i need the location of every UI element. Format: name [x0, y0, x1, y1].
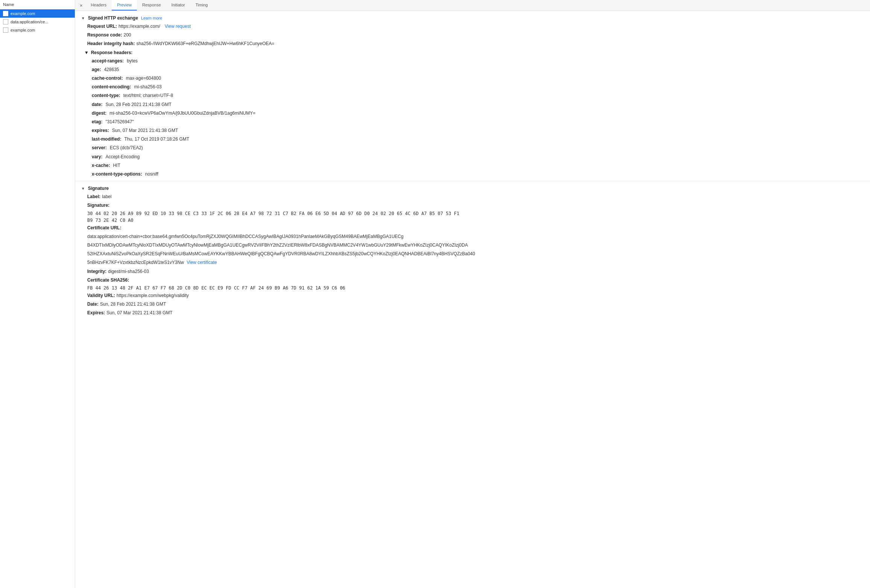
view-certificate-link[interactable]: View certificate: [186, 260, 217, 265]
cert-sha256-field: Certificate SHA256:: [75, 276, 870, 285]
response-header-value: text/html; charset=UTF-8: [123, 92, 173, 99]
response-header-value: nosniff: [145, 171, 158, 178]
tab-headers[interactable]: Headers: [86, 0, 112, 11]
response-header-row: age:428635: [75, 65, 870, 74]
tab-preview[interactable]: Preview: [112, 0, 137, 11]
certificate-url-value-line3: 52IHZXAxtuNiSZvoPkOaXySR2ESqFNnWEuU/BaMs…: [75, 250, 870, 258]
signature-header: ▼ Signature: [75, 184, 870, 192]
response-header-value: Thu, 17 Oct 2019 07:18:26 GMT: [124, 136, 189, 143]
expires-value: Sun, 07 Mar 2021 21:41:38 GMT: [106, 309, 172, 317]
integrity-field: Integrity: digest/mi-sha256-03: [75, 267, 870, 276]
label-label: Label:: [87, 193, 100, 200]
certificate-url-label: Certificate URL:: [87, 224, 121, 232]
signature-hex-line1: 30 44 02 20 26 A9 89 92 ED 10 33 98 CE C…: [75, 210, 870, 217]
response-header-row: expires:Sun, 07 Mar 2021 21:41:38 GMT: [75, 126, 870, 135]
response-header-key: accept-ranges:: [92, 58, 124, 65]
sidebar-item-example-com-2[interactable]: example.com: [0, 26, 75, 34]
integrity-label: Integrity:: [87, 268, 106, 275]
response-headers-triangle-icon[interactable]: ▼: [84, 50, 89, 55]
response-code-field: Response code: 200: [75, 31, 870, 39]
response-header-value: max-age=604800: [126, 75, 161, 82]
tab-response[interactable]: Response: [137, 0, 166, 11]
sidebar-item-label: data:application/ce...: [11, 20, 49, 24]
response-header-key: cache-control:: [92, 75, 123, 82]
response-header-row: x-content-type-options:nosniff: [75, 170, 870, 179]
integrity-value: digest/mi-sha256-03: [108, 268, 149, 275]
response-header-key: content-type:: [92, 92, 120, 99]
response-header-value: Sun, 28 Feb 2021 21:41:38 GMT: [106, 101, 171, 108]
file-icon: [3, 27, 8, 33]
certificate-url-value-end: 5nBHzvFK7KF+VzxtkbzNzcEpkdW1teS1vY3Nw: [87, 260, 184, 265]
response-header-key: expires:: [92, 127, 109, 134]
label-value: label: [102, 193, 111, 200]
response-header-row: cache-control:max-age=604800: [75, 74, 870, 83]
section-divider: [75, 181, 870, 181]
response-header-value: Sun, 07 Mar 2021 21:41:38 GMT: [112, 127, 178, 134]
response-header-value: mi-sha256-03: [134, 83, 162, 91]
request-url-label: Request URL:: [87, 23, 117, 30]
signature-label: Signature:: [87, 202, 109, 209]
response-header-value: "3147526947": [106, 118, 134, 126]
tab-initiator[interactable]: Initiator: [166, 0, 190, 11]
signature-triangle-icon[interactable]: ▼: [81, 186, 85, 191]
response-header-row: vary:Accept-Encoding: [75, 153, 870, 161]
sidebar-item-example-com-1[interactable]: example.com: [0, 9, 75, 18]
response-header-key: last-modified:: [92, 136, 121, 143]
response-header-value: mi-sha256-03=kcwVP6aOwYmA/j9JbUU0GbuiZdn…: [109, 110, 255, 117]
response-headers-list: accept-ranges:bytesage:428635cache-contr…: [75, 57, 870, 179]
response-header-row: content-type:text/html; charset=UTF-8: [75, 91, 870, 100]
signature-section: ▼ Signature Label: label Signature: 30 4…: [75, 184, 870, 317]
response-header-row: content-encoding:mi-sha256-03: [75, 83, 870, 91]
request-url-field: Request URL: https://example.com/ View r…: [75, 22, 870, 31]
sidebar-item-data-application[interactable]: data:application/ce...: [0, 18, 75, 26]
response-header-row: accept-ranges:bytes: [75, 57, 870, 65]
tab-close-button[interactable]: ×: [77, 0, 86, 11]
response-header-row: last-modified:Thu, 17 Oct 2019 07:18:26 …: [75, 135, 870, 144]
cert-sha256-value: FB 44 26 13 48 2F A1 E7 67 F7 68 2D C0 8…: [75, 285, 870, 291]
signature-hex-line2: B9 73 2E 42 C0 A0: [75, 217, 870, 224]
file-icon: [3, 11, 8, 16]
learn-more-link[interactable]: Learn more: [141, 16, 162, 20]
response-headers-header: ▼ Response headers:: [75, 48, 870, 57]
certificate-url-field: Certificate URL:: [75, 224, 870, 232]
content-area: ▼ Signed HTTP exchange Learn more Reques…: [75, 11, 870, 588]
response-header-key: date:: [92, 101, 103, 108]
response-headers-label: Response headers:: [91, 50, 133, 55]
validity-url-label: Validity URL:: [87, 292, 115, 299]
signed-http-exchange-title: Signed HTTP exchange: [88, 15, 138, 21]
response-header-value: Accept-Encoding: [106, 153, 140, 161]
certificate-url-value-line4: 5nBHzvFK7KF+VzxtkbzNzcEpkdW1teS1vY3Nw Vi…: [75, 258, 870, 267]
file-icon: [3, 19, 8, 24]
certificate-url-value-line1: data:application/cert-chain+cbor;base64,…: [75, 232, 870, 241]
tab-timing[interactable]: Timing: [190, 0, 213, 11]
signed-http-exchange-section: ▼ Signed HTTP exchange Learn more Reques…: [75, 14, 870, 179]
response-header-key: digest:: [92, 110, 106, 117]
response-header-key: server:: [92, 144, 107, 152]
response-header-value: bytes: [127, 58, 138, 65]
cert-sha256-label: Certificate SHA256:: [87, 277, 129, 284]
header-integrity-label: Header integrity hash:: [87, 40, 135, 47]
validity-url-field: Validity URL: https://example.com/webpkg…: [75, 291, 870, 300]
response-code-value: 200: [124, 32, 131, 39]
signature-field: Signature:: [75, 201, 870, 210]
view-request-link[interactable]: View request: [165, 24, 191, 29]
response-header-row: x-cache:HIT: [75, 161, 870, 170]
date-value: Sun, 28 Feb 2021 21:41:38 GMT: [100, 301, 166, 308]
response-header-key: vary:: [92, 153, 103, 161]
expires-field: Expires: Sun, 07 Mar 2021 21:41:38 GMT: [75, 309, 870, 317]
date-label: Date:: [87, 301, 99, 308]
response-header-row: digest:mi-sha256-03=kcwVP6aOwYmA/j9JbUU0…: [75, 109, 870, 118]
response-header-row: etag:"3147526947": [75, 118, 870, 126]
date-field: Date: Sun, 28 Feb 2021 21:41:38 GMT: [75, 300, 870, 309]
sidebar-item-label: example.com: [11, 28, 35, 32]
response-header-key: content-encoding:: [92, 83, 131, 91]
sidebar: Name example.com data:application/ce... …: [0, 0, 75, 588]
response-header-row: date:Sun, 28 Feb 2021 21:41:38 GMT: [75, 100, 870, 109]
sidebar-header: Name: [0, 0, 75, 9]
response-header-value: 428635: [104, 66, 119, 73]
response-header-key: x-cache:: [92, 162, 110, 169]
response-header-value: ECS (dcb/7EA2): [110, 144, 143, 152]
collapse-triangle-icon[interactable]: ▼: [81, 16, 85, 20]
sidebar-item-label: example.com: [11, 11, 35, 16]
response-header-row: server:ECS (dcb/7EA2): [75, 144, 870, 152]
